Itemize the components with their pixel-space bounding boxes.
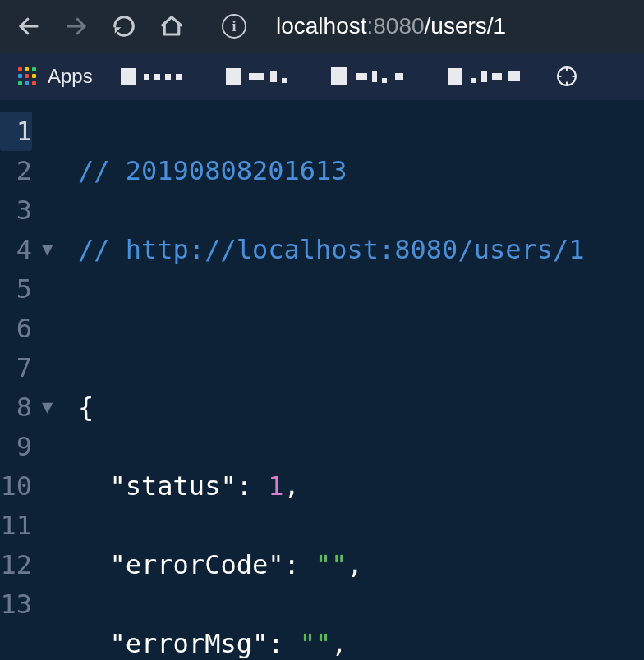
line-number: 6 (0, 309, 32, 348)
json-key: "status" (110, 470, 237, 502)
line-number: 10 (0, 466, 32, 506)
json-string: " (300, 628, 315, 659)
apps-icon[interactable] (18, 67, 36, 85)
bookmark-item[interactable] (121, 68, 182, 85)
json-viewer: 1 2 3 4 5 6 7 8 9 10 11 12 13 ▼ ▼ // 201… (0, 100, 644, 660)
line-number: 13 (0, 584, 32, 624)
fold-gutter: ▼ ▼ (39, 112, 78, 660)
url-port: :8080 (367, 13, 425, 39)
line-number-gutter: 1 2 3 4 5 6 7 8 9 10 11 12 13 (0, 112, 39, 660)
comment-line: // 20190808201613 (78, 155, 347, 186)
url-host: localhost (276, 13, 367, 39)
line-number: 5 (0, 269, 32, 309)
line-number: 1 (0, 112, 32, 151)
line-number: 11 (0, 506, 32, 545)
line-number: 2 (0, 151, 32, 190)
fold-toggle[interactable]: ▼ (42, 387, 78, 427)
reload-button[interactable] (112, 14, 136, 39)
apps-label[interactable]: Apps (48, 65, 93, 88)
json-key: "errorCode" (110, 549, 284, 580)
forward-button[interactable] (64, 14, 89, 39)
brace: { (78, 392, 94, 423)
back-button[interactable] (16, 14, 41, 39)
line-number: 9 (0, 427, 32, 466)
bookmarks-bar: Apps (0, 53, 644, 100)
json-string: " (315, 549, 331, 580)
line-number: 12 (0, 545, 32, 584)
address-bar[interactable]: localhost:8080/users/1 (276, 13, 506, 39)
code-content[interactable]: // 20190808201613 // http://localhost:80… (78, 112, 585, 660)
json-number: 1 (268, 470, 283, 502)
bookmark-item[interactable] (448, 68, 520, 85)
bookmark-item[interactable] (226, 68, 287, 85)
json-key: "errorMsg" (110, 628, 269, 659)
comment-line: // http://localhost:8080/users/1 (78, 234, 585, 265)
site-info-icon[interactable]: i (222, 14, 246, 39)
fold-toggle[interactable]: ▼ (42, 230, 78, 269)
bookmark-item[interactable] (556, 66, 577, 87)
line-number: 7 (0, 348, 32, 387)
bookmark-item[interactable] (331, 67, 403, 85)
browser-toolbar: i localhost:8080/users/1 (0, 0, 644, 53)
home-button[interactable] (159, 14, 184, 39)
line-number: 8 (0, 387, 32, 427)
line-number: 3 (0, 190, 32, 230)
url-path: /users/1 (425, 13, 507, 39)
line-number: 4 (0, 230, 32, 269)
